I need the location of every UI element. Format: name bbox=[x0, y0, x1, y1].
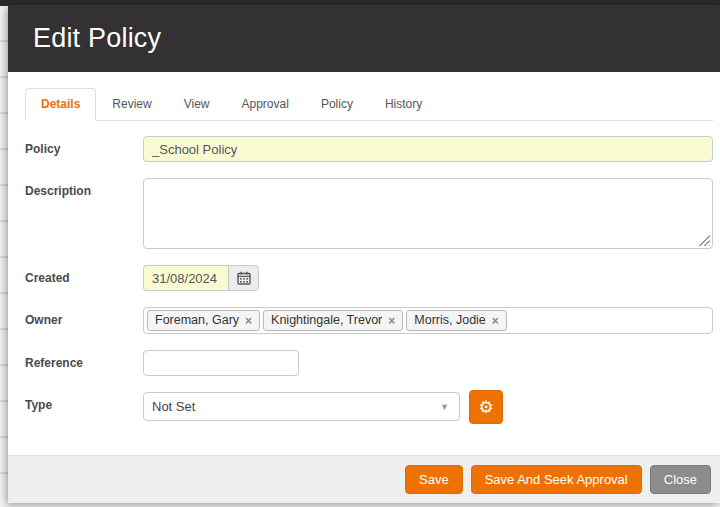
owner-tag-label: Foreman, Gary bbox=[155, 313, 239, 328]
owner-tag[interactable]: Morris, Jodie × bbox=[406, 310, 507, 331]
resize-handle-icon[interactable] bbox=[699, 235, 710, 246]
description-row: Description bbox=[25, 178, 713, 249]
tab-view[interactable]: View bbox=[168, 88, 226, 121]
type-row: Type Not Set ▼ ⚙ bbox=[25, 392, 713, 424]
tab-details[interactable]: Details bbox=[25, 88, 96, 121]
owner-multiselect[interactable]: Foreman, Gary × Knightingale, Trevor × M… bbox=[143, 307, 713, 334]
owner-tag-label: Knightingale, Trevor bbox=[271, 313, 382, 328]
policy-input[interactable] bbox=[143, 136, 713, 162]
owner-tag[interactable]: Foreman, Gary × bbox=[147, 310, 260, 331]
owner-tag-label: Morris, Jodie bbox=[414, 313, 486, 328]
chevron-down-icon: ▼ bbox=[440, 402, 449, 412]
tab-review[interactable]: Review bbox=[96, 88, 167, 121]
modal-header: Edit Policy bbox=[8, 5, 720, 72]
reference-row: Reference bbox=[25, 350, 713, 376]
tab-policy[interactable]: Policy bbox=[305, 88, 369, 121]
type-settings-button[interactable]: ⚙ bbox=[469, 390, 503, 424]
close-button[interactable]: Close bbox=[650, 465, 711, 494]
save-and-seek-approval-button[interactable]: Save And Seek Approval bbox=[471, 465, 642, 494]
tab-approval[interactable]: Approval bbox=[226, 88, 305, 121]
type-select-value: Not Set bbox=[152, 399, 195, 414]
owner-tag[interactable]: Knightingale, Trevor × bbox=[263, 310, 403, 331]
modal-title: Edit Policy bbox=[33, 23, 161, 54]
remove-tag-icon[interactable]: × bbox=[245, 315, 252, 327]
description-textarea[interactable] bbox=[143, 178, 713, 249]
edit-policy-modal: Edit Policy Details Review View Approval… bbox=[8, 5, 720, 503]
reference-label: Reference bbox=[25, 350, 143, 370]
owner-row: Owner Foreman, Gary × Knightingale, Trev… bbox=[25, 307, 713, 334]
remove-tag-icon[interactable]: × bbox=[492, 315, 499, 327]
save-button[interactable]: Save bbox=[405, 465, 463, 494]
type-select[interactable]: Not Set ▼ bbox=[143, 392, 460, 421]
created-date-input[interactable] bbox=[143, 265, 228, 291]
tab-bar: Details Review View Approval Policy Hist… bbox=[25, 88, 713, 121]
reference-input[interactable] bbox=[143, 350, 299, 376]
modal-footer: Save Save And Seek Approval Close bbox=[8, 455, 720, 503]
modal-body: Details Review View Approval Policy Hist… bbox=[8, 72, 720, 455]
created-row: Created bbox=[25, 265, 713, 291]
gear-icon: ⚙ bbox=[478, 397, 493, 418]
calendar-icon bbox=[237, 271, 251, 285]
tab-history[interactable]: History bbox=[369, 88, 438, 121]
owner-label: Owner bbox=[25, 307, 143, 327]
type-label: Type bbox=[25, 392, 143, 412]
description-label: Description bbox=[25, 178, 143, 198]
calendar-button[interactable] bbox=[228, 265, 259, 291]
policy-row: Policy bbox=[25, 136, 713, 162]
created-label: Created bbox=[25, 265, 143, 285]
remove-tag-icon[interactable]: × bbox=[388, 315, 395, 327]
policy-label: Policy bbox=[25, 136, 143, 156]
